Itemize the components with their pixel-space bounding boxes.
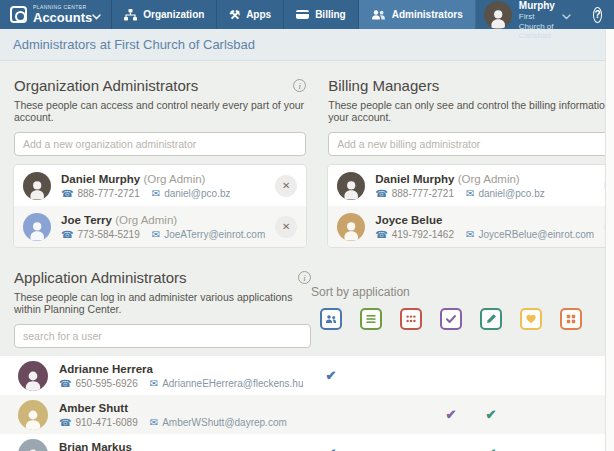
- member-email[interactable]: JoeATerry@einrot.com: [164, 229, 265, 240]
- tab-billing[interactable]: Billing: [284, 0, 359, 29]
- app-check-cell-empty[interactable]: [471, 368, 511, 383]
- list-item: Joyce Belue ☎419-792-1462 ✉JoyceRBelue@e…: [328, 206, 614, 247]
- brand-home-button[interactable]: planning center Accounts: [0, 0, 111, 29]
- tab-label: Organization: [143, 9, 204, 20]
- app-check-cell-empty[interactable]: [351, 446, 391, 451]
- avatar-placeholder: [23, 213, 51, 241]
- table-row: Amber Shutt ☎910-471-6089 ✉AmberWShutt@d…: [0, 395, 614, 434]
- scrollbar[interactable]: [605, 29, 614, 451]
- member-name: Brian Markus: [59, 441, 132, 451]
- app-check-cell-empty[interactable]: [311, 407, 351, 422]
- chevron-down-icon: [92, 6, 101, 24]
- app-permissions-row: ✔✔: [311, 407, 591, 422]
- member-name: Joe Terry: [61, 214, 112, 226]
- app-check-cell-empty[interactable]: [351, 368, 391, 383]
- table-row: Brian Markus ☎937-496-2873 ✉BrianLMarkus…: [0, 434, 614, 451]
- billing-managers-list: Daniel Murphy (Org Admin) ☎888-777-2721 …: [328, 165, 614, 247]
- page-title: Administrators at First Church of Carlsb…: [13, 37, 255, 52]
- app-check-cell-empty[interactable]: [551, 446, 591, 451]
- app-check-mark[interactable]: ✔: [471, 407, 511, 422]
- app-check-cell-empty[interactable]: [511, 446, 551, 451]
- app-check-cell-empty[interactable]: [431, 446, 471, 451]
- phone-icon: ☎: [375, 188, 387, 199]
- org-admins-list: Daniel Murphy (Org Admin) ☎888-777-2721 …: [14, 165, 306, 247]
- org-admins-panel: Organization Administrators i These peop…: [14, 77, 306, 247]
- billing-managers-panel: Billing Managers i These people can only…: [328, 77, 614, 247]
- app-permissions-row: ✔: [311, 368, 591, 383]
- top-navbar: planning center Accounts Organization ⚒ …: [0, 0, 614, 29]
- list-item: Joe Terry (Org Admin) ☎773-584-5219 ✉Joe…: [14, 206, 306, 247]
- app-check-cell-empty[interactable]: [511, 407, 551, 422]
- app-permissions-row: ✔✔: [311, 446, 591, 451]
- app-check-cell-empty[interactable]: [431, 368, 471, 383]
- section-title: Application Administrators: [14, 269, 187, 286]
- question-mark-icon: ?: [594, 9, 600, 20]
- member-role-badge: (Org Admin): [115, 214, 177, 226]
- heart-app-icon[interactable]: [520, 308, 542, 330]
- app-check-cell-empty[interactable]: [351, 407, 391, 422]
- remove-member-button[interactable]: ✕: [275, 175, 297, 197]
- primary-nav: Organization ⚒ Apps Billing Administrato…: [111, 0, 476, 29]
- remove-member-button[interactable]: ✕: [275, 216, 297, 238]
- member-email[interactable]: daniel@pco.bz: [478, 188, 544, 199]
- checkmark-app-icon[interactable]: [440, 308, 462, 330]
- list-item: Daniel Murphy (Org Admin) ☎888-777-2721 …: [328, 165, 614, 206]
- brand-product-label: planning center: [33, 5, 92, 10]
- member-email[interactable]: AdrianneEHerrera@fleckens.hu: [162, 378, 303, 389]
- app-check-mark[interactable]: ✔: [471, 446, 511, 451]
- section-description: These people can only see and control th…: [328, 99, 614, 123]
- square-grid-app-icon[interactable]: [560, 308, 582, 330]
- app-check-cell-empty[interactable]: [551, 407, 591, 422]
- app-check-mark[interactable]: ✔: [431, 407, 471, 422]
- app-check-cell-empty[interactable]: [391, 407, 431, 422]
- phone-icon: ☎: [61, 188, 73, 199]
- tab-administrators[interactable]: Administrators: [359, 0, 476, 29]
- close-icon: ✕: [282, 180, 290, 191]
- brand-app-label: Accounts: [33, 11, 92, 24]
- member-email[interactable]: daniel@pco.bz: [164, 188, 230, 199]
- phone-icon: ☎: [59, 417, 71, 428]
- chevron-down-icon: [562, 6, 571, 24]
- current-user-name: Daniel Murphy: [519, 0, 555, 12]
- dot-grid-app-icon[interactable]: [400, 308, 422, 330]
- avatar: [337, 213, 365, 241]
- email-icon: ✉: [152, 188, 160, 199]
- member-role-badge: (Org Admin): [458, 173, 520, 185]
- app-check-mark[interactable]: ✔: [311, 368, 351, 383]
- account-menu[interactable]: Daniel Murphy First Church of Carlsbad: [476, 0, 579, 29]
- app-check-cell-empty[interactable]: [391, 446, 431, 451]
- phone-icon: ☎: [375, 229, 387, 240]
- member-name: Adrianne Herrera: [59, 363, 153, 375]
- member-phone: 650-595-6926: [75, 378, 137, 389]
- table-row: Adrianne Herrera ☎650-595-6926 ✉Adrianne…: [0, 356, 614, 395]
- info-icon[interactable]: i: [298, 271, 311, 284]
- people-app-icon[interactable]: [320, 308, 342, 330]
- search-user-input[interactable]: [14, 324, 311, 348]
- member-email[interactable]: JoyceRBelue@einrot.com: [478, 229, 594, 240]
- credit-card-icon: [296, 10, 309, 19]
- avatar: [484, 1, 512, 29]
- avatar: [18, 361, 48, 391]
- app-check-cell-empty[interactable]: [511, 368, 551, 383]
- planning-center-logo-icon: [10, 6, 27, 23]
- member-phone: 888-777-2721: [77, 188, 139, 199]
- member-name: Daniel Murphy: [375, 173, 454, 185]
- avatar: [337, 172, 365, 200]
- tab-label: Apps: [246, 9, 271, 20]
- avatar: [23, 172, 51, 200]
- list-item: Daniel Murphy (Org Admin) ☎888-777-2721 …: [14, 165, 306, 206]
- list-lines-app-icon[interactable]: [360, 308, 382, 330]
- member-phone: 910-471-6089: [75, 417, 137, 428]
- app-check-cell-empty[interactable]: [391, 368, 431, 383]
- tab-organization[interactable]: Organization: [112, 0, 217, 29]
- info-icon[interactable]: i: [293, 79, 306, 92]
- help-button[interactable]: ?: [593, 7, 602, 23]
- pencil-app-icon[interactable]: [480, 308, 502, 330]
- add-billing-admin-input[interactable]: [328, 132, 614, 156]
- add-org-admin-input[interactable]: [14, 132, 306, 156]
- app-check-mark[interactable]: ✔: [311, 446, 351, 451]
- app-check-cell-empty[interactable]: [551, 368, 591, 383]
- member-email[interactable]: AmberWShutt@dayrep.com: [162, 417, 287, 428]
- tab-apps[interactable]: ⚒ Apps: [217, 0, 284, 29]
- member-name: Joyce Belue: [375, 214, 442, 226]
